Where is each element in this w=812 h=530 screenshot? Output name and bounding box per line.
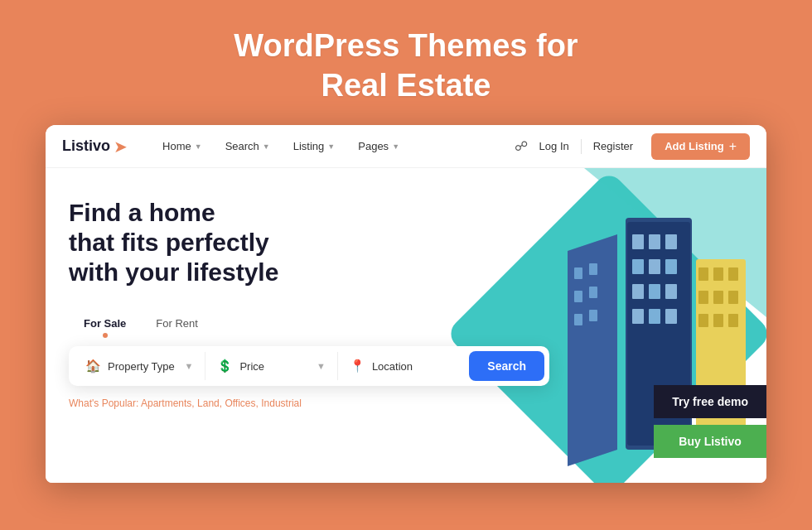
login-link[interactable]: Log In — [531, 137, 578, 156]
nav-links: Home ▼ Search ▼ Listing ▼ Pages ▼ — [151, 135, 515, 157]
chevron-down-icon: ▼ — [185, 361, 194, 371]
home-icon: 🏠 — [85, 359, 101, 373]
tab-for-rent[interactable]: For Rent — [141, 311, 213, 336]
add-listing-button[interactable]: Add Listing + — [651, 133, 750, 160]
popular-item-industrial[interactable]: Industrial — [261, 398, 302, 409]
title-line1: WordPress Themes for — [234, 28, 578, 63]
chevron-down-icon: ▼ — [392, 142, 399, 151]
location-label: Location — [372, 360, 457, 373]
popular-item-apartments[interactable]: Apartments, — [141, 398, 195, 409]
nav-item-pages[interactable]: Pages ▼ — [346, 135, 411, 157]
search-button[interactable]: Search — [469, 351, 544, 381]
popular-item-land[interactable]: Land, — [197, 398, 222, 409]
navbar: Listivo ➤ Home ▼ Search ▼ Listing ▼ Page… — [46, 125, 766, 168]
buy-button[interactable]: Buy Listivo — [654, 425, 766, 458]
chevron-down-icon: ▼ — [317, 361, 326, 371]
price-field[interactable]: 💲 Price ▼ — [205, 352, 337, 380]
plus-icon: + — [729, 139, 737, 154]
popular-item-offices[interactable]: Offices, — [225, 398, 258, 409]
price-icon: 💲 — [217, 359, 233, 373]
register-link[interactable]: Register — [585, 137, 641, 156]
title-line2: Real Estate — [321, 68, 491, 103]
popular-line: What's Popular: Apartments, Land, Office… — [69, 398, 743, 409]
nav-right: ☍ Log In Register Add Listing + — [515, 133, 750, 160]
title-section: WordPress Themes for Real Estate — [217, 0, 594, 125]
property-type-field[interactable]: 🏠 Property Type ▼ — [74, 352, 205, 380]
nav-item-search[interactable]: Search ▼ — [214, 135, 282, 157]
search-bar: 🏠 Property Type ▼ 💲 Price ▼ 📍 Location S… — [69, 346, 549, 386]
property-type-label: Property Type — [108, 360, 178, 373]
search-tabs: For Sale For Rent — [69, 311, 743, 336]
cta-overlay-buttons: Try free demo Buy Listivo — [654, 385, 766, 458]
location-icon: 📍 — [350, 359, 365, 373]
logo-icon: ➤ — [114, 137, 128, 157]
try-demo-button[interactable]: Try free demo — [654, 385, 766, 418]
price-label: Price — [239, 360, 310, 373]
logo: Listivo ➤ — [62, 137, 128, 157]
nav-separator — [581, 139, 582, 154]
nav-item-home[interactable]: Home ▼ — [151, 135, 214, 157]
tab-for-sale[interactable]: For Sale — [69, 311, 141, 336]
logo-text: Listivo — [62, 137, 110, 155]
hero-title: Find a home that fits perfectly with you… — [69, 198, 367, 287]
user-icon: ☍ — [515, 138, 528, 154]
chevron-down-icon: ▼ — [195, 142, 202, 151]
location-field[interactable]: 📍 Location — [338, 352, 469, 380]
popular-label: What's Popular: — [69, 398, 138, 409]
chevron-down-icon: ▼ — [327, 142, 335, 151]
chevron-down-icon: ▼ — [263, 142, 270, 151]
hero-section: Find a home that fits perfectly with you… — [46, 168, 766, 483]
browser-window: Listivo ➤ Home ▼ Search ▼ Listing ▼ Page… — [46, 125, 766, 483]
nav-item-listing[interactable]: Listing ▼ — [282, 135, 347, 157]
